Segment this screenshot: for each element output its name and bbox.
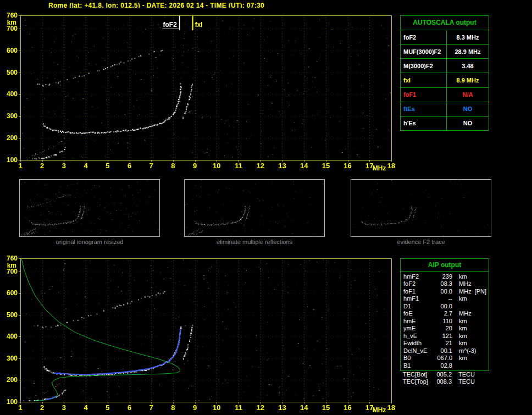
param-unit: km <box>452 333 474 339</box>
param-value: 3.48 <box>447 59 489 73</box>
param-value: -- <box>434 295 452 302</box>
param-unit: m^(-3) <box>452 347 474 354</box>
table-row: B102.8 <box>401 362 489 369</box>
param-value: 2.7 <box>434 310 452 317</box>
param-value: 008.3 <box>433 378 452 385</box>
param-unit: km <box>452 355 474 361</box>
bottom-ionogram-canvas <box>0 251 398 415</box>
table-row: foF28.3 MHz <box>401 30 489 45</box>
aip-output-table: AIP output hmF2239kmfoF208.3MHzfoF100.0M… <box>400 258 489 371</box>
param-unit: km <box>452 318 474 324</box>
param-label: foF2 <box>401 280 434 287</box>
table-row: h'EsNO <box>401 117 489 130</box>
param-label: fxI <box>401 73 447 87</box>
param-label: foE <box>401 310 434 317</box>
param-value: 00.0 <box>434 288 452 295</box>
param-value: 121 <box>434 333 452 339</box>
tec-rows: TEC[Bot]005.2TECUTEC[Top]008.3TECU <box>400 370 489 385</box>
table-row: h_vE121km <box>401 332 489 340</box>
param-value: 21 <box>434 340 452 346</box>
table-row: M(3000)F23.48 <box>401 59 489 73</box>
aip-table-title: AIP output <box>401 259 489 272</box>
param-label: h'Es <box>401 117 447 130</box>
param-unit: MHz <box>452 280 474 287</box>
table-row: foF1N/A <box>401 88 489 102</box>
top-ionogram-canvas <box>0 8 398 179</box>
param-value: 8.9 MHz <box>447 73 489 87</box>
thumbnail-original-ionogram <box>19 179 160 237</box>
table-row: foE2.7MHz <box>401 310 489 318</box>
table-row: hmF1--km <box>401 295 489 303</box>
param-label: TEC[Top] <box>400 378 433 385</box>
autoscala-table-title: AUTOSCALA output <box>401 16 489 30</box>
param-label: MUF(3000)F2 <box>401 45 447 58</box>
param-label: hmF2 <box>401 273 434 280</box>
autoscala-rows: foF28.3 MHzMUF(3000)F228.9 MHzM(3000)F23… <box>401 30 489 130</box>
autoscala-screen: Rome (lat: +41.8, lon: 012.5) - DATE: 20… <box>0 0 532 415</box>
param-unit: TECU <box>452 371 474 378</box>
autoscala-output-table: AUTOSCALA output foF28.3 MHzMUF(3000)F22… <box>400 15 489 131</box>
param-value: NO <box>447 117 489 130</box>
param-value: 110 <box>434 318 452 324</box>
param-label: DelN_vE <box>401 347 434 354</box>
thumbnail-caption-reflections: eliminate multiple reflections <box>184 239 325 245</box>
param-note: [PN] <box>474 288 489 295</box>
param-value: 02.8 <box>434 362 452 369</box>
param-value: 8.3 MHz <box>447 30 489 44</box>
table-row: D100.0 <box>401 302 489 310</box>
param-label: M(3000)F2 <box>401 59 447 73</box>
param-unit: km <box>452 273 474 280</box>
param-label: hmE <box>401 318 434 324</box>
table-row: TEC[Bot]005.2TECU <box>400 370 489 378</box>
table-row: hmF2239km <box>401 273 489 280</box>
param-value: 00.0 <box>434 303 452 309</box>
table-row: foF100.0MHz[PN] <box>401 287 489 295</box>
table-row: ymE20km <box>401 325 489 333</box>
param-label: D1 <box>401 303 434 309</box>
param-value: NO <box>447 102 489 116</box>
thumbnail-caption-f2: evidence F2 trace <box>351 239 491 245</box>
table-row: foF208.3MHz <box>401 280 489 288</box>
param-label: h_vE <box>401 333 434 339</box>
table-row: fxI8.9 MHz <box>401 73 489 87</box>
param-label: foF2 <box>401 30 447 44</box>
thumbnail-caption-original: original ionogram resized <box>19 239 160 245</box>
param-value: 005.2 <box>433 371 452 378</box>
table-row: TEC[Top]008.3TECU <box>400 378 489 386</box>
table-row: ftEsNO <box>401 102 489 117</box>
param-unit: km <box>452 325 474 331</box>
thumbnail-f2-trace <box>351 179 491 237</box>
param-label: Ewidth <box>401 340 434 346</box>
param-label: ftEs <box>401 102 447 116</box>
param-value: 28.9 MHz <box>447 45 489 58</box>
param-value: 08.3 <box>434 280 452 287</box>
table-row: hmE110km <box>401 317 489 325</box>
table-row: MUF(3000)F228.9 MHz <box>401 45 489 59</box>
param-label: foF1 <box>401 288 434 295</box>
param-value: 00.1 <box>434 347 452 354</box>
table-row: Ewidth21km <box>401 340 489 347</box>
param-label: ymE <box>401 325 434 331</box>
param-value: 20 <box>434 325 452 331</box>
param-unit: MHz <box>452 310 474 317</box>
param-value: 067.0 <box>434 355 452 361</box>
thumbnail-eliminate-reflections <box>184 179 325 237</box>
param-label: B0 <box>401 355 434 361</box>
param-value: 239 <box>434 273 452 280</box>
param-label: foF1 <box>401 88 447 102</box>
table-row: DelN_vE00.1m^(-3) <box>401 347 489 355</box>
param-value: N/A <box>447 88 489 102</box>
param-unit: km <box>452 295 474 302</box>
param-unit: TECU <box>452 378 474 385</box>
param-unit: km <box>452 340 474 346</box>
param-label: hmF1 <box>401 295 434 302</box>
param-label: B1 <box>401 362 434 369</box>
table-row: B0067.0km <box>401 355 489 362</box>
aip-rows: hmF2239kmfoF208.3MHzfoF100.0MHz[PN]hmF1-… <box>401 272 489 370</box>
param-unit: MHz <box>452 288 474 295</box>
param-label: TEC[Bot] <box>400 371 433 378</box>
